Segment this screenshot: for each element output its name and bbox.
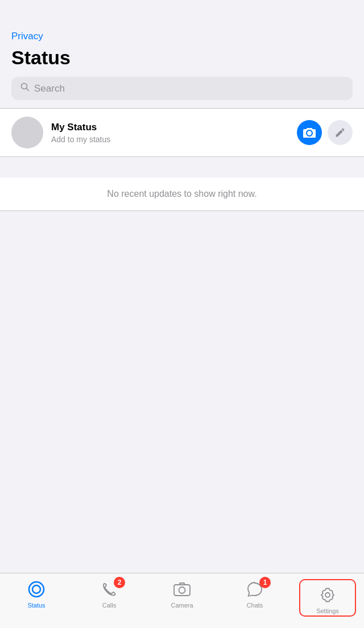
svg-point-5	[179, 587, 185, 593]
chats-badge: 1	[259, 577, 271, 588]
calls-badge: 2	[114, 577, 125, 588]
page-title: Status	[11, 47, 353, 69]
status-actions	[297, 120, 353, 145]
no-updates-text: No recent updates to show right now.	[11, 189, 353, 199]
my-status-name: My Status	[51, 122, 289, 133]
tab-camera[interactable]: Camera	[154, 579, 210, 609]
tab-calls[interactable]: 2 Calls	[81, 579, 138, 609]
svg-point-3	[32, 585, 40, 593]
chats-icon: 1	[245, 579, 265, 600]
avatar	[11, 117, 43, 148]
search-placeholder: Search	[34, 83, 65, 94]
divider-bottom	[0, 210, 364, 211]
section-gap	[0, 157, 364, 177]
tab-chats-label: Chats	[247, 602, 263, 609]
search-bar[interactable]: Search	[11, 77, 353, 100]
camera-tab-icon	[172, 579, 192, 600]
my-status-subtitle: Add to my status	[51, 135, 289, 144]
svg-point-2	[29, 582, 44, 597]
settings-icon	[317, 585, 338, 605]
svg-point-6	[325, 593, 330, 597]
my-status-text: My Status Add to my status	[51, 122, 289, 144]
camera-button[interactable]	[297, 120, 322, 145]
pencil-button[interactable]	[328, 120, 353, 145]
svg-line-1	[27, 89, 29, 91]
status-icon	[26, 579, 47, 600]
tab-camera-label: Camera	[171, 602, 193, 609]
tab-bar: Status 2 Calls Camera 1 Chats	[0, 573, 364, 628]
tab-status[interactable]: Status	[8, 579, 65, 609]
svg-rect-4	[174, 585, 190, 596]
my-status-row[interactable]: My Status Add to my status	[0, 109, 364, 156]
settings-inner: Settings	[300, 581, 355, 614]
calls-icon: 2	[99, 579, 119, 600]
back-button[interactable]: Privacy	[11, 31, 43, 42]
no-updates-section: No recent updates to show right now.	[0, 177, 364, 210]
tab-status-label: Status	[27, 602, 45, 609]
tab-settings-label: Settings	[316, 608, 339, 614]
tab-chats[interactable]: 1 Chats	[226, 579, 283, 609]
tab-settings[interactable]: Settings	[299, 579, 356, 617]
top-bar: Privacy Status Search	[0, 0, 364, 108]
tab-calls-label: Calls	[102, 602, 116, 609]
search-icon	[20, 82, 30, 94]
